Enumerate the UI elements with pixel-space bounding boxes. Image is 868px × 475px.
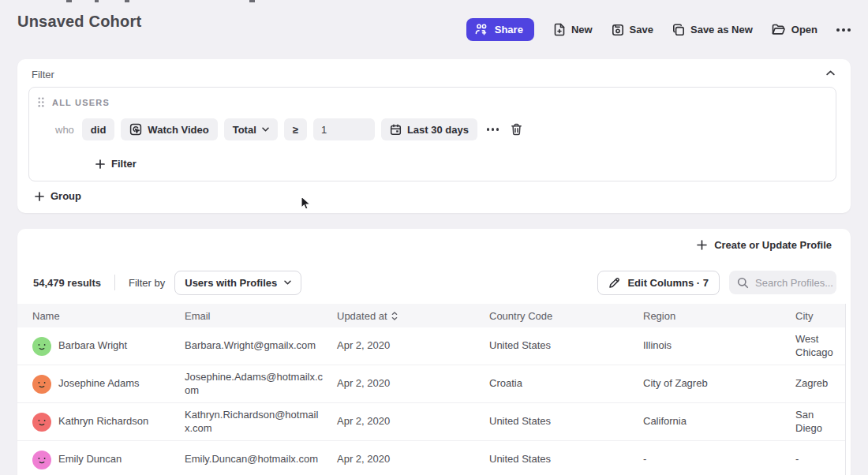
new-button-label: New (571, 24, 593, 36)
add-group-label: Group (51, 190, 81, 202)
avatar (32, 413, 51, 432)
new-button[interactable]: New (553, 23, 593, 36)
filter-panel: Filter ALL USERS who did (17, 59, 851, 213)
event-click-icon (129, 123, 142, 136)
clipped-breadcrumb-remnant (66, 0, 303, 2)
profile-updated-at: Apr 2, 2020 (337, 377, 489, 391)
sort-icon (391, 312, 398, 320)
plus-icon (95, 159, 105, 169)
delete-clause-trash-icon[interactable] (508, 121, 525, 138)
profile-city: San Diego (795, 409, 845, 436)
profile-email: Josephine.Adams@hotmailx.com (185, 371, 337, 398)
add-filter-label: Filter (111, 158, 137, 170)
profile-email: Emily.Duncan@hotmailx.com (185, 453, 337, 466)
save-button-label: Save (630, 24, 653, 36)
collapse-chevron-up-icon[interactable] (823, 67, 838, 79)
operator-selector[interactable]: ≥ (284, 118, 307, 140)
profile-country-code: United States (489, 453, 643, 466)
users-with-profiles-dropdown[interactable]: Users with Profiles (174, 271, 301, 295)
table-row[interactable]: Barbara Wright Barbara.Wright@gmailx.com… (17, 327, 845, 365)
header-toolbar: Share New Save Save as New (466, 18, 851, 41)
add-group-button[interactable]: Group (35, 190, 81, 202)
did-selector[interactable]: did (82, 118, 115, 140)
cohort-group: ALL USERS who did Watch Video Total (28, 87, 836, 181)
save-icon (612, 24, 624, 36)
open-button[interactable]: Open (772, 24, 817, 36)
profile-city: West Chicago (795, 333, 845, 360)
profile-email: Barbara.Wright@gmailx.com (185, 339, 337, 353)
column-header-region[interactable]: Region (643, 310, 795, 322)
profile-email: Kathryn.Richardson@hotmailx.com (185, 409, 337, 436)
clause-more-options-icon[interactable] (484, 128, 503, 131)
profiles-panel: Create or Update Profile 54,479 results … (17, 229, 851, 475)
profile-updated-at: Apr 2, 2020 (337, 339, 489, 353)
save-button[interactable]: Save (612, 24, 653, 36)
open-button-label: Open (791, 24, 817, 36)
did-label: did (91, 124, 107, 136)
profile-name: Kathryn Richardson (58, 415, 148, 428)
new-file-icon (553, 23, 566, 36)
profile-name: Barbara Wright (58, 339, 127, 353)
edit-columns-button[interactable]: Edit Columns · 7 (597, 271, 720, 295)
filter-panel-title: Filter (32, 69, 54, 80)
edit-columns-label: Edit Columns · 7 (627, 277, 709, 289)
chevron-down-icon (262, 127, 269, 132)
column-header-updated-at[interactable]: Updated at (337, 310, 489, 322)
plus-icon (35, 192, 44, 201)
calendar-icon (390, 124, 402, 136)
page-title: Unsaved Cohort (17, 13, 141, 31)
table-row[interactable]: Emily Duncan Emily.Duncan@hotmailx.com A… (17, 441, 845, 475)
profile-name: Josephine Adams (58, 377, 140, 391)
column-header-email[interactable]: Email (185, 310, 337, 322)
share-button[interactable]: Share (466, 18, 534, 41)
users-with-profiles-value: Users with Profiles (185, 277, 277, 289)
date-range-label: Last 30 days (407, 124, 469, 136)
search-profiles-input[interactable] (755, 277, 834, 289)
share-button-label: Share (495, 24, 523, 36)
table-row[interactable]: Kathryn Richardson Kathryn.Richardson@ho… (17, 403, 845, 441)
add-filter-button[interactable]: Filter (95, 158, 137, 170)
column-header-city[interactable]: City (795, 310, 845, 322)
drag-handle-icon[interactable] (38, 97, 44, 107)
threshold-value-input[interactable] (313, 118, 375, 140)
avatar (32, 337, 51, 356)
plus-icon (697, 240, 707, 250)
profile-city: - (795, 453, 845, 466)
aggregation-label: Total (233, 124, 256, 136)
profile-country-code: United States (489, 415, 643, 428)
more-options-icon[interactable] (836, 28, 851, 32)
divider (114, 275, 115, 290)
profiles-table: Name Email Updated at Country Code Regio… (17, 304, 846, 475)
filter-by-label: Filter by (129, 277, 165, 289)
pencil-icon (608, 277, 620, 289)
save-as-new-button-label: Save as New (690, 24, 753, 36)
column-header-country-code[interactable]: Country Code (489, 310, 643, 322)
chevron-down-icon (284, 280, 291, 285)
avatar (32, 451, 51, 469)
duplicate-icon (672, 24, 685, 36)
create-or-update-profile-label: Create or Update Profile (714, 239, 832, 251)
create-profile-row: Create or Update Profile (17, 229, 851, 264)
results-count: 54,479 results (33, 277, 101, 289)
event-label: Watch Video (148, 124, 208, 136)
profile-country-code: United States (489, 339, 643, 353)
profile-country-code: Croatia (489, 377, 643, 391)
profile-updated-at: Apr 2, 2020 (337, 415, 489, 428)
group-title: ALL USERS (52, 98, 110, 107)
table-header-row: Name Email Updated at Country Code Regio… (17, 304, 845, 327)
profile-region: California (643, 415, 795, 428)
profile-region: - (643, 453, 795, 466)
table-body: Barbara Wright Barbara.Wright@gmailx.com… (17, 327, 845, 475)
avatar (32, 375, 51, 394)
folder-open-icon (772, 24, 786, 36)
column-header-name[interactable]: Name (32, 310, 185, 322)
profile-region: City of Zagreb (643, 377, 795, 391)
event-selector[interactable]: Watch Video (121, 118, 217, 140)
save-as-new-button[interactable]: Save as New (672, 24, 753, 36)
table-row[interactable]: Josephine Adams Josephine.Adams@hotmailx… (17, 365, 845, 403)
share-users-icon (475, 24, 488, 36)
date-range-selector[interactable]: Last 30 days (381, 118, 477, 140)
aggregation-selector[interactable]: Total (224, 118, 278, 140)
create-or-update-profile-button[interactable]: Create or Update Profile (697, 239, 832, 251)
profiles-toolbar: 54,479 results Filter by Users with Prof… (32, 270, 836, 295)
